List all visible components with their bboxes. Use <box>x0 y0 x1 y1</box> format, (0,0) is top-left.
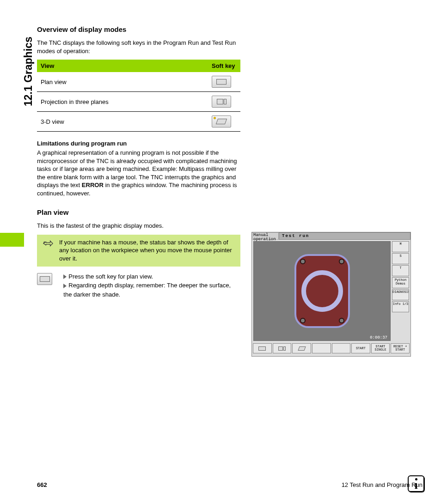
ss-side-t: T <box>392 265 409 276</box>
overview-intro: The TNC displays the following soft keys… <box>37 39 240 55</box>
row-label: 3-D view <box>37 112 208 132</box>
ss-graphics-canvas: 0:00:37 <box>253 241 391 341</box>
ss-side-m: M <box>392 241 409 252</box>
tip-text: If your machine has a mouse, the status … <box>59 238 236 263</box>
ss-sk-3d <box>292 343 311 353</box>
page-number: 662 <box>37 481 47 488</box>
display-modes-table: View Soft key Plan view Projection in th… <box>37 60 240 132</box>
ss-side-s: S <box>392 253 409 264</box>
hand-pointer-icon <box>42 238 55 249</box>
ss-sk-empty <box>332 343 351 353</box>
ss-sk-3planes <box>273 343 292 353</box>
col-softkey: Soft key <box>208 60 240 72</box>
ss-timer: 0:00:37 <box>370 335 387 340</box>
ss-sk-empty <box>312 343 331 353</box>
workpiece-graphic <box>294 254 350 328</box>
limitations-text: A graphical representation of a running … <box>37 149 240 197</box>
table-row: Plan view <box>37 72 240 92</box>
heading-limitations: Limitations during program run <box>37 140 240 147</box>
heading-plan-view: Plan view <box>37 208 240 216</box>
ss-sk-plan <box>253 343 272 353</box>
ss-sk-reset: RESET + START <box>391 343 410 353</box>
heading-overview: Overview of display modes <box>37 25 240 33</box>
tnc-screenshot: Manual operation Test run 0:00:37 M S T <box>251 232 411 357</box>
row-label: Plan view <box>37 72 208 92</box>
ss-sk-start-single: START SINGLE <box>371 343 390 353</box>
section-number-heading: 12.1 Graphics <box>22 36 35 106</box>
softkey-3d-view-icon <box>212 115 231 128</box>
ss-sidebar: M S T PythonDemos DIAGNOSIS Info 1/3 <box>392 240 410 342</box>
plan-view-intro: This is the fastest of the graphic displ… <box>37 222 240 230</box>
info-icon: ı <box>408 475 424 492</box>
step-list: Press the soft key for plan view. Regard… <box>63 272 240 299</box>
tip-box: If your machine has a mouse, the status … <box>37 235 240 267</box>
ss-softkey-row: START START SINGLE RESET + START <box>252 342 410 354</box>
margin-tab <box>0 233 24 247</box>
triangle-bullet-icon <box>63 284 67 288</box>
softkey-plan-view-icon <box>37 273 52 285</box>
ss-side-python: PythonDemos <box>392 277 409 288</box>
ss-sk-start: START <box>351 343 370 353</box>
row-label: Projection in three planes <box>37 92 208 112</box>
ss-title: Test run <box>279 232 410 240</box>
ss-side-info: Info 1/3 <box>392 301 409 312</box>
triangle-bullet-icon <box>63 274 67 279</box>
table-row: Projection in three planes <box>37 92 240 112</box>
table-row: 3-D view <box>37 112 240 132</box>
col-view: View <box>37 60 208 72</box>
ss-mode-label: Manual operation <box>252 232 279 240</box>
softkey-plan-view-icon <box>212 76 231 88</box>
ss-side-diagnosis: DIAGNOSIS <box>392 289 409 300</box>
softkey-three-planes-icon <box>212 96 231 108</box>
